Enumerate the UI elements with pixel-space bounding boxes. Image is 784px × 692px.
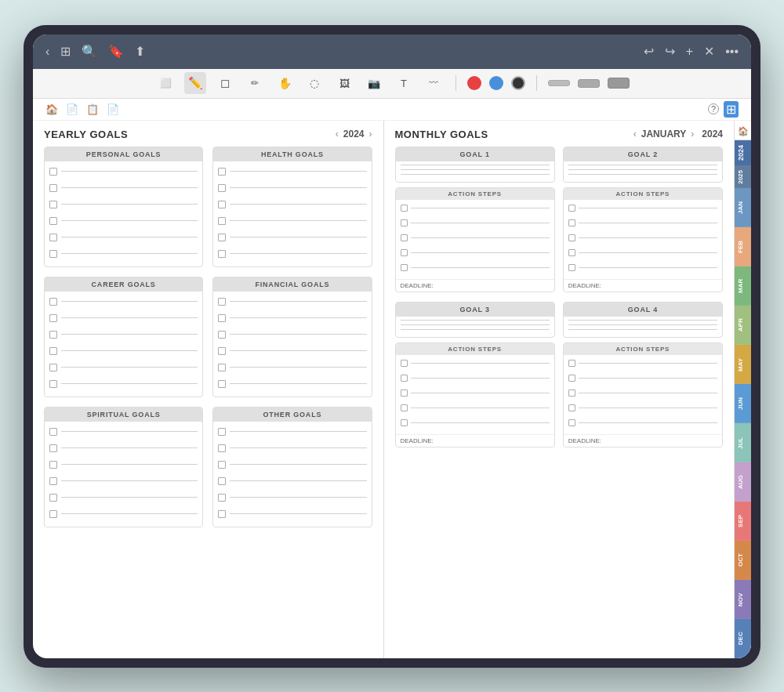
- tab-month-nov[interactable]: NOV: [735, 580, 751, 619]
- stroke-thick[interactable]: [608, 78, 630, 89]
- page-icon[interactable]: 📄: [66, 103, 78, 115]
- eraser-tool[interactable]: ◻: [214, 72, 236, 94]
- goal-checkbox[interactable]: [49, 217, 57, 225]
- action-checkbox[interactable]: [568, 360, 575, 367]
- goal-checkbox[interactable]: [218, 380, 226, 388]
- goal-checkbox[interactable]: [218, 510, 226, 518]
- goal-checkbox[interactable]: [218, 494, 226, 502]
- goal-checkbox[interactable]: [49, 298, 57, 306]
- goal-checkbox[interactable]: [218, 250, 226, 258]
- add-icon[interactable]: +: [686, 45, 693, 59]
- marker-tool[interactable]: 〰: [423, 72, 445, 94]
- goal-checkbox[interactable]: [218, 428, 226, 436]
- grid-icon[interactable]: ⊞: [60, 44, 71, 59]
- tab-month-mar[interactable]: MAR: [735, 266, 751, 306]
- action-checkbox[interactable]: [401, 389, 408, 397]
- action-checkbox[interactable]: [568, 264, 575, 271]
- camera-tool[interactable]: 📷: [363, 72, 385, 94]
- search-icon[interactable]: 🔍: [82, 44, 97, 59]
- goal-checkbox[interactable]: [218, 331, 226, 339]
- goal-checkbox[interactable]: [218, 314, 226, 322]
- next-month-arrow[interactable]: ›: [691, 129, 694, 139]
- bookmark-icon[interactable]: 🔖: [108, 44, 124, 59]
- pencil-tool[interactable]: ✏: [244, 72, 266, 94]
- goal-checkbox[interactable]: [49, 364, 57, 371]
- goal-checkbox[interactable]: [49, 347, 57, 355]
- goal-checkbox[interactable]: [218, 347, 226, 355]
- goal-checkbox[interactable]: [49, 234, 57, 241]
- undo-icon[interactable]: ↩: [644, 44, 654, 59]
- help-icon[interactable]: ?: [708, 103, 719, 114]
- more-icon[interactable]: •••: [725, 45, 739, 59]
- tab-month-dec[interactable]: DEC: [735, 619, 751, 658]
- tab-month-oct[interactable]: OCT: [735, 541, 751, 580]
- action-checkbox[interactable]: [401, 264, 408, 271]
- action-checkbox[interactable]: [568, 205, 575, 212]
- goal-checkbox[interactable]: [49, 201, 57, 208]
- tab-month-jun[interactable]: JUN: [735, 384, 751, 423]
- action-checkbox[interactable]: [401, 234, 408, 241]
- stroke-medium[interactable]: [578, 79, 600, 88]
- black-color[interactable]: [511, 76, 525, 90]
- action-checkbox[interactable]: [568, 234, 575, 241]
- sidebar-toggle-icon[interactable]: ⬜: [154, 72, 176, 94]
- red-color[interactable]: [467, 76, 481, 90]
- prev-year-arrow[interactable]: ‹: [336, 129, 339, 139]
- action-checkbox[interactable]: [568, 404, 575, 411]
- goal-checkbox[interactable]: [49, 331, 57, 339]
- tab-month-jul[interactable]: JUL: [735, 423, 751, 462]
- goal-checkbox[interactable]: [218, 461, 226, 469]
- goal-checkbox[interactable]: [218, 217, 226, 225]
- tab-month-jan[interactable]: JAN: [735, 188, 751, 227]
- goal-checkbox[interactable]: [218, 168, 226, 176]
- goal-checkbox[interactable]: [49, 168, 57, 176]
- prev-month-arrow[interactable]: ‹: [633, 129, 637, 139]
- lasso-tool[interactable]: ◌: [303, 72, 325, 94]
- back-icon[interactable]: ‹: [45, 45, 49, 59]
- action-checkbox[interactable]: [568, 419, 575, 426]
- redo-icon[interactable]: ↪: [665, 44, 675, 59]
- goal-checkbox[interactable]: [218, 364, 226, 371]
- action-checkbox[interactable]: [568, 375, 575, 382]
- tab-strip-top-icon[interactable]: 🏠: [735, 121, 751, 140]
- clipboard-icon[interactable]: 📋: [86, 103, 99, 115]
- action-checkbox[interactable]: [401, 360, 408, 367]
- pen-tool[interactable]: ✏️: [184, 72, 206, 94]
- tab-month-apr[interactable]: APR: [735, 306, 751, 345]
- goal-checkbox[interactable]: [218, 444, 226, 452]
- goal-checkbox[interactable]: [218, 201, 226, 208]
- tab-month-sep[interactable]: SEP: [735, 502, 751, 541]
- tab-month-feb[interactable]: FEB: [735, 227, 751, 266]
- image-tool[interactable]: 🖼: [333, 72, 355, 94]
- share-icon[interactable]: ⬆: [135, 44, 145, 59]
- goal-checkbox[interactable]: [218, 234, 226, 241]
- text-tool[interactable]: T: [393, 72, 415, 94]
- goal-checkbox[interactable]: [49, 314, 57, 322]
- goal-checkbox[interactable]: [49, 250, 57, 258]
- goal-checkbox[interactable]: [49, 494, 57, 502]
- close-icon[interactable]: ✕: [704, 44, 714, 59]
- goal-checkbox[interactable]: [49, 380, 57, 388]
- goal-checkbox[interactable]: [218, 477, 226, 485]
- goal-checkbox[interactable]: [49, 428, 57, 436]
- action-checkbox[interactable]: [401, 219, 408, 226]
- action-checkbox[interactable]: [568, 389, 575, 397]
- goal-checkbox[interactable]: [218, 184, 226, 192]
- action-checkbox[interactable]: [401, 375, 408, 382]
- tab-year-2025[interactable]: 2025: [735, 165, 751, 189]
- next-year-arrow[interactable]: ›: [369, 129, 372, 139]
- blue-color[interactable]: [489, 76, 503, 90]
- action-checkbox[interactable]: [401, 249, 408, 256]
- tab-month-aug[interactable]: AUG: [735, 462, 751, 502]
- action-checkbox[interactable]: [401, 205, 408, 212]
- tab-year-2024[interactable]: 2024: [735, 140, 751, 165]
- home-icon[interactable]: 🏠: [45, 103, 58, 115]
- goal-checkbox[interactable]: [49, 461, 57, 469]
- goal-checkbox[interactable]: [49, 510, 57, 518]
- action-checkbox[interactable]: [568, 249, 575, 256]
- hand-tool[interactable]: ✋: [274, 72, 296, 94]
- goal-checkbox[interactable]: [49, 477, 57, 485]
- goal-checkbox[interactable]: [218, 298, 226, 306]
- view-icon[interactable]: ⊞: [724, 101, 739, 118]
- action-checkbox[interactable]: [401, 404, 408, 411]
